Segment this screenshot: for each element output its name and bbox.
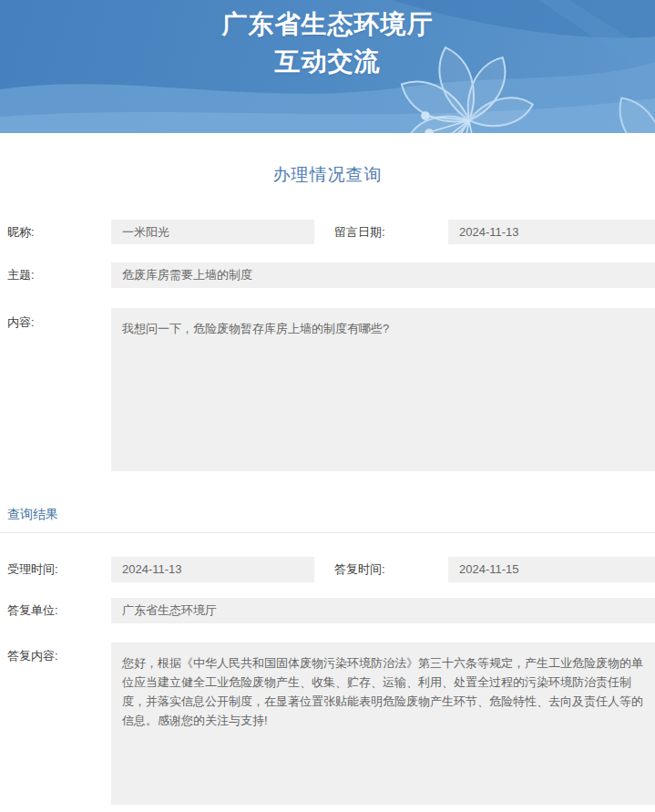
- reply-org-label: 答复单位:: [7, 598, 58, 622]
- content-textarea[interactable]: 我想问一下，危险废物暂存库房上墙的制度有哪些?: [111, 308, 655, 471]
- section-divider: [0, 532, 655, 533]
- result-heading: 查询结果: [7, 507, 58, 523]
- nickname-field[interactable]: 一米阳光: [111, 220, 314, 244]
- reply-time-field[interactable]: 2024-11-15: [448, 557, 655, 582]
- content-label: 内容:: [7, 310, 35, 334]
- reply-time-label: 答复时间:: [334, 557, 385, 581]
- site-title: 广东省生态环境厅: [0, 5, 655, 43]
- accepted-time-field[interactable]: 2024-11-13: [111, 557, 314, 582]
- banner-titles: 广东省生态环境厅 互动交流: [0, 5, 655, 80]
- reply-content-label: 答复内容:: [7, 643, 58, 668]
- page-title: 办理情况查询: [0, 163, 655, 187]
- message-date-label: 留言日期:: [334, 220, 385, 244]
- page-banner: 广东省生态环境厅 互动交流: [0, 0, 655, 133]
- reply-content-textarea[interactable]: 您好，根据《中华人民共和国固体废物污染环境防治法》第三十六条等规定，产生工业危险…: [111, 642, 655, 805]
- message-date-field[interactable]: 2024-11-13: [448, 220, 655, 244]
- nickname-label: 昵称:: [7, 220, 35, 244]
- site-subtitle: 互动交流: [0, 43, 655, 80]
- accepted-time-label: 受理时间:: [7, 557, 58, 581]
- reply-org-field[interactable]: 广东省生态环境厅: [111, 598, 655, 623]
- subject-field[interactable]: 危废库房需要上墙的制度: [111, 262, 655, 288]
- subject-label: 主题:: [7, 262, 35, 287]
